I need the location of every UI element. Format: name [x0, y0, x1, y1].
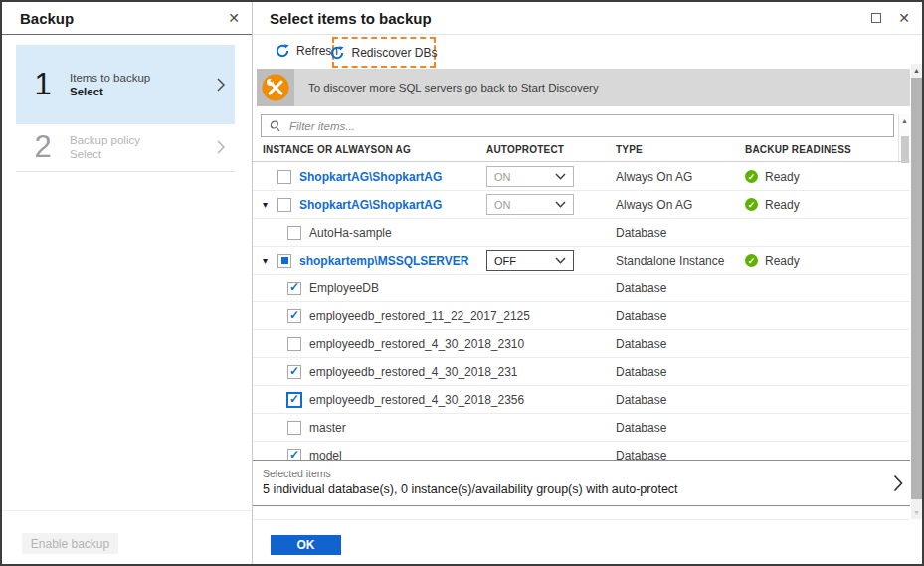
blade-title: Backup	[20, 10, 228, 27]
table-row: masterDatabase	[253, 414, 910, 442]
info-banner: To discover more SQL servers go back to …	[257, 69, 910, 106]
name-cell: AutoHa-sample	[263, 226, 486, 240]
indeterminate-mark	[281, 257, 288, 264]
step-sublabel: Select	[70, 148, 217, 160]
row-checkbox[interactable]: ✓	[287, 365, 301, 379]
instance-name-link[interactable]: shopkartemp\MSSQLSERVER	[299, 254, 468, 268]
table-body: ShopkartAG\ShopkartAGONAlways On AG✓Read…	[253, 163, 910, 460]
type-cell: Database	[616, 393, 745, 407]
type-cell: Database	[616, 421, 745, 435]
ready-icon: ✓	[745, 198, 758, 211]
table-row: ▾shopkartemp\MSSQLSERVEROFFStandalone In…	[253, 247, 910, 275]
banner-message: To discover more SQL servers go back to …	[294, 69, 910, 106]
annotation-highlight: Rediscover DBs	[332, 37, 436, 68]
readiness-cell: ✓Ready	[745, 254, 910, 268]
readiness-label: Ready	[765, 170, 800, 184]
search-icon	[269, 120, 282, 132]
type-cell: Database	[616, 309, 745, 323]
table-row: ✓employeedb_restored_4_30_2018_231Databa…	[253, 358, 910, 386]
name-cell: employeedb_restored_4_30_2018_2310	[263, 337, 486, 351]
ready-icon: ✓	[745, 254, 758, 267]
row-checkbox[interactable]: ✓	[287, 282, 301, 295]
row-checkbox[interactable]	[277, 254, 291, 268]
scrollbar-thumb[interactable]	[911, 78, 922, 499]
name-cell: ▾shopkartemp\MSSQLSERVER	[263, 254, 486, 268]
refresh-icon	[330, 46, 344, 60]
name-cell: ✓employeedb_restored_4_30_2018_231	[263, 365, 486, 379]
readiness-label: Ready	[765, 254, 800, 268]
close-icon[interactable]: ✕	[898, 11, 910, 25]
ready-icon: ✓	[745, 170, 758, 183]
scroll-up-icon[interactable]: ▲	[899, 117, 910, 124]
autoprotect-cell: ON	[486, 166, 616, 187]
table-row: ✓modelDatabase	[253, 442, 910, 460]
ok-button[interactable]: OK	[271, 535, 341, 555]
rediscover-dbs-button[interactable]: Rediscover DBs	[324, 45, 443, 61]
maximize-icon[interactable]	[871, 13, 881, 23]
type-cell: Database	[616, 282, 745, 295]
column-type: TYPE	[616, 144, 643, 155]
autoprotect-dropdown[interactable]: ON	[486, 166, 574, 187]
filter-box	[261, 114, 894, 137]
expander-icon[interactable]: ▾	[263, 199, 277, 210]
row-checkbox[interactable]	[277, 198, 291, 212]
selected-items-bar[interactable]: Selected items 5 individual database(s),…	[253, 460, 910, 506]
divider	[253, 519, 910, 520]
name-cell: ShopkartAG\ShopkartAG	[263, 170, 486, 184]
chevron-right-icon	[217, 78, 225, 92]
divider	[16, 171, 235, 172]
instance-name-link[interactable]: ShopkartAG\ShopkartAG	[299, 198, 442, 212]
scroll-down-icon[interactable]: ▼	[911, 509, 922, 516]
name-cell: master	[263, 421, 486, 435]
autoprotect-dropdown[interactable]: ON	[486, 194, 574, 215]
type-cell: Always On AG	[616, 170, 745, 184]
select-items-header: Select items to backup ✕	[253, 2, 922, 35]
name-cell: ✓model	[263, 449, 486, 461]
enable-backup-button[interactable]: Enable backup	[22, 533, 118, 554]
dropdown-value: ON	[494, 171, 511, 183]
blade-scrollbar[interactable]: ▲ ▼	[911, 64, 922, 519]
filter-input[interactable]	[287, 119, 885, 133]
step-sublabel: Select	[70, 86, 217, 97]
row-checkbox[interactable]	[287, 337, 301, 351]
row-checkbox[interactable]: ✓	[287, 449, 301, 461]
type-cell: Always On AG	[616, 198, 745, 212]
readiness-cell: ✓Ready	[745, 198, 910, 212]
backup-window: Backup ✕ 1 Items to backup Select 2 Back…	[0, 0, 924, 566]
row-checkbox[interactable]: ✓	[287, 393, 301, 407]
step-items-to-backup[interactable]: 1 Items to backup Select	[16, 45, 235, 124]
table-row: AutoHa-sampleDatabase	[253, 219, 910, 247]
column-instance: INSTANCE OR ALWAYSON AG	[263, 144, 411, 155]
backup-blade: Backup ✕ 1 Items to backup Select 2 Back…	[2, 2, 253, 564]
row-checkbox[interactable]: ✓	[287, 309, 301, 323]
row-checkbox[interactable]	[287, 421, 301, 435]
instance-name-link[interactable]: ShopkartAG\ShopkartAG	[299, 170, 442, 184]
step-label: Items to backup	[70, 72, 217, 84]
check-icon: ✓	[289, 365, 299, 377]
row-checkbox[interactable]	[287, 226, 301, 240]
table-row: ShopkartAG\ShopkartAGONAlways On AG✓Read…	[253, 163, 910, 191]
divider	[2, 510, 252, 511]
toolbar: Refresh Rediscover DBs	[253, 35, 922, 69]
rediscover-dbs-label: Rediscover DBs	[351, 46, 437, 60]
table-header: INSTANCE OR ALWAYSON AG AUTOPROTECT TYPE…	[253, 139, 910, 162]
step-backup-policy[interactable]: 2 Backup policy Select	[16, 124, 235, 170]
table-row: employeedb_restored_4_30_2018_2310Databa…	[253, 330, 910, 358]
scroll-up-icon[interactable]: ▲	[911, 67, 922, 74]
chevron-right-icon	[893, 474, 903, 492]
row-checkbox[interactable]	[277, 170, 291, 184]
database-name: AutoHa-sample	[309, 226, 392, 240]
blade-title: Select items to backup	[270, 10, 871, 27]
name-cell: ✓EmployeeDB	[263, 282, 486, 295]
expander-icon[interactable]: ▾	[263, 255, 277, 266]
table-row: ▾ShopkartAG\ShopkartAGONAlways On AG✓Rea…	[253, 191, 910, 219]
check-icon: ✓	[289, 309, 299, 321]
database-name: EmployeeDB	[309, 282, 379, 295]
type-cell: Standalone Instance	[616, 254, 745, 268]
type-cell: Database	[616, 337, 745, 351]
close-icon[interactable]: ✕	[228, 11, 240, 25]
table-row: ✓employeedb_restored_4_30_2018_2356Datab…	[253, 386, 910, 414]
column-autoprotect: AUTOPROTECT	[486, 144, 564, 155]
table-row: ✓EmployeeDBDatabase	[253, 275, 910, 302]
autoprotect-dropdown[interactable]: OFF	[486, 250, 574, 271]
